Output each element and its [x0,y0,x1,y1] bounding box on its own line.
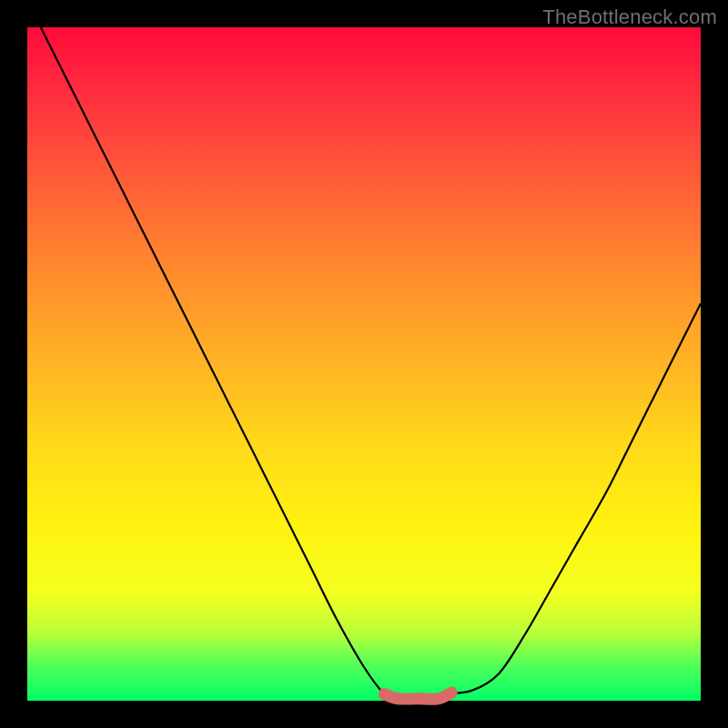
chart-svg [27,27,701,701]
bottleneck-curve [41,27,701,702]
plot-area [27,27,701,701]
watermark-text: TheBottleneck.com [542,5,717,29]
flat-bottom-marker [384,693,451,699]
chart-frame: TheBottleneck.com [0,0,728,728]
